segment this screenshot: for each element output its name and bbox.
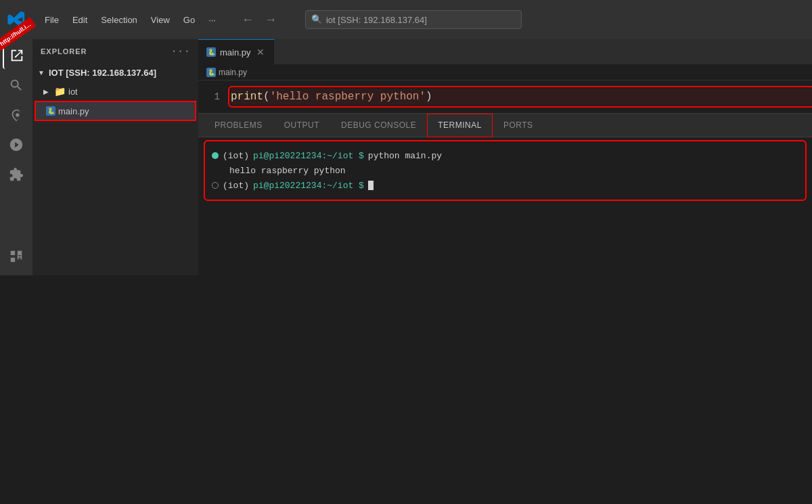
breadcrumb-python-icon: 🐍 (206, 68, 216, 77)
breadcrumb-label: main.py (219, 68, 247, 77)
terminal-cursor (368, 181, 374, 190)
terminal-block: (iot) pi@pi20221234:~/iot $ python main.… (206, 143, 804, 198)
menu-go[interactable]: Go (178, 12, 200, 28)
code-editor[interactable]: 1 print('hello raspberry python') (198, 81, 812, 113)
paren-open: ( (263, 91, 270, 103)
tab-debug-console[interactable]: DEBUG CONSOLE (330, 114, 427, 137)
dot-green-icon (212, 152, 219, 159)
terminal-command: python main.py (368, 151, 442, 161)
menu-bar: File Edit Selection View Go ··· (39, 12, 221, 28)
tab-label: main.py (220, 47, 251, 58)
menu-view[interactable]: View (145, 12, 175, 28)
sidebar-more-button[interactable]: ··· (171, 45, 190, 58)
menu-file[interactable]: File (39, 12, 64, 28)
python-file-icon: 🐍 (46, 106, 55, 116)
folder-label: iot (68, 87, 78, 97)
tab-close-button[interactable]: ✕ (255, 47, 266, 58)
tab-terminal[interactable]: TERMINAL (427, 114, 493, 137)
paren-close: ) (426, 91, 432, 103)
terminal-line-2: hello raspberry python (212, 163, 798, 178)
nav-back-button[interactable]: ← (238, 12, 258, 28)
terminal-output: hello raspberry python (212, 166, 346, 176)
nav-forward-button[interactable]: → (261, 12, 281, 28)
file-tree: ▼ IOT [SSH: 192.168.137.64] ▶ 📁 iot 🐍 ma… (32, 63, 198, 275)
terminal-prompt-1: pi@pi20221234:~/iot $ (253, 151, 364, 161)
terminal-line-3: (iot) pi@pi20221234:~/iot $ (212, 178, 798, 193)
activity-bar (0, 39, 32, 275)
root-label: IOT [SSH: 192.168.137.64] (49, 68, 156, 78)
search-bar[interactable]: 🔍 iot [SSH: 192.168.137.64] (305, 10, 522, 29)
file-label: main.py (58, 106, 89, 116)
terminal-prompt-2: pi@pi20221234:~/iot $ (253, 181, 364, 191)
svg-rect-1 (18, 251, 22, 255)
menu-more[interactable]: ··· (203, 12, 221, 28)
tab-python-icon: 🐍 (206, 47, 216, 57)
breadcrumb: 🐍 main.py (198, 65, 812, 81)
tree-root-row[interactable]: ▼ IOT [SSH: 192.168.137.64] (32, 63, 198, 82)
tab-problems[interactable]: PROBLEMS (204, 114, 273, 137)
titlebar: File Edit Selection View Go ··· ← → 🔍 io… (0, 0, 812, 39)
code-content-1: print('hello raspberry python') (231, 89, 812, 105)
terminal-content[interactable]: (iot) pi@pi20221234:~/iot $ python main.… (198, 137, 812, 275)
activity-debug-icon[interactable] (3, 131, 30, 158)
activity-scm-icon[interactable] (3, 101, 30, 129)
code-line-1: 1 print('hello raspberry python') (198, 89, 812, 105)
terminal-paren-2: (iot) (223, 181, 249, 191)
activity-extensions-icon[interactable] (3, 161, 30, 188)
svg-rect-2 (11, 258, 15, 262)
terminal-paren-1: (iot) (223, 151, 249, 161)
search-icon: 🔍 (311, 14, 322, 25)
search-text: iot [SSH: 192.168.137.64] (326, 15, 427, 25)
string-content: 'hello raspberry python' (270, 91, 426, 103)
panel: PROBLEMS OUTPUT DEBUG CONSOLE TERMINAL P… (198, 113, 812, 275)
editor-area: 🐍 main.py ✕ 🐍 main.py 1 print('hello ras… (198, 39, 812, 275)
sidebar: EXPLORER ··· ▼ IOT [SSH: 192.168.137.64]… (32, 39, 198, 275)
menu-selection[interactable]: Selection (95, 12, 142, 28)
tab-output[interactable]: OUTPUT (273, 114, 330, 137)
chevron-down-icon: ▼ (38, 69, 46, 76)
keyword-print: print (231, 91, 263, 103)
dot-empty-icon (212, 182, 219, 189)
tab-main-py[interactable]: 🐍 main.py ✕ (198, 39, 275, 65)
terminal-line-1: (iot) pi@pi20221234:~/iot $ python main.… (212, 148, 798, 163)
panel-tabs: PROBLEMS OUTPUT DEBUG CONSOLE TERMINAL P… (198, 114, 812, 137)
nav-buttons: ← → (238, 12, 281, 28)
chevron-right-icon: ▶ (43, 88, 51, 95)
line-number-1: 1 (198, 91, 231, 102)
svg-rect-0 (11, 251, 15, 255)
folder-icon: 📁 (54, 86, 66, 97)
tab-ports[interactable]: PORTS (493, 114, 544, 137)
sidebar-title: EXPLORER (41, 47, 87, 55)
sidebar-header: EXPLORER ··· (32, 39, 198, 63)
main-layout: EXPLORER ··· ▼ IOT [SSH: 192.168.137.64]… (0, 39, 812, 275)
tab-bar: 🐍 main.py ✕ (198, 39, 812, 65)
menu-edit[interactable]: Edit (67, 12, 93, 28)
tree-file-row[interactable]: 🐍 main.py (35, 101, 196, 120)
tree-folder-row[interactable]: ▶ 📁 iot (32, 82, 198, 101)
activity-remote-icon[interactable] (3, 243, 30, 270)
activity-search-icon[interactable] (3, 72, 30, 99)
